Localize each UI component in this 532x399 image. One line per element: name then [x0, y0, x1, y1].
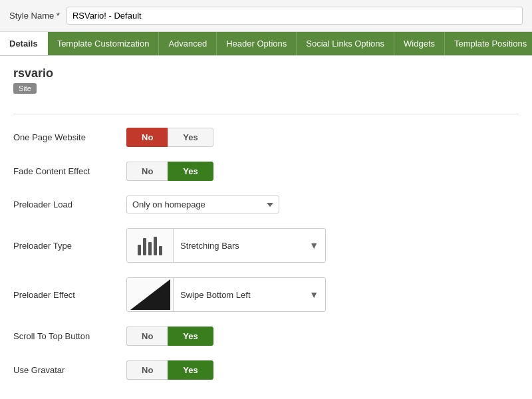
scroll-to-top-no[interactable]: No — [126, 327, 168, 346]
tab-template-customization[interactable]: Template Customization — [48, 32, 160, 55]
style-name-label: Style Name * — [9, 11, 60, 21]
preloader-effect-row: Preloader Effect Swipe Bottom Left ▼ — [13, 277, 519, 312]
tab-advanced[interactable]: Advanced — [159, 32, 217, 55]
use-gravatar-row: Use Gravatar No Yes — [13, 360, 519, 380]
one-page-website-no[interactable]: No — [126, 128, 168, 147]
scroll-to-top-toggle: No Yes — [126, 327, 213, 346]
preloader-type-row: Preloader Type Stretching Bars ▼ — [13, 228, 519, 263]
style-name-row: Style Name * — [0, 0, 532, 32]
use-gravatar-no[interactable]: No — [126, 360, 168, 380]
style-name-input[interactable] — [66, 7, 523, 25]
divider — [13, 114, 519, 114]
preloader-type-dropdown[interactable]: Stretching Bars ▼ — [126, 228, 326, 263]
tab-details[interactable]: Details — [0, 32, 48, 55]
preloader-type-value: Stretching Bars — [174, 241, 303, 251]
tab-header-options[interactable]: Header Options — [217, 32, 297, 55]
tabs-bar: Details Template Customization Advanced … — [0, 32, 532, 56]
preloader-effect-dropdown[interactable]: Swipe Bottom Left ▼ — [126, 277, 326, 312]
main-content: rsvario Site One Page Website No Yes Fad… — [0, 56, 532, 399]
stretching-bars-icon — [138, 235, 162, 255]
preloader-effect-value: Swipe Bottom Left — [174, 290, 303, 300]
preloader-load-label: Preloader Load — [13, 200, 126, 209]
use-gravatar-toggle: No Yes — [126, 360, 213, 380]
preloader-effect-arrow-icon: ▼ — [303, 289, 325, 300]
preloader-type-icon — [127, 229, 174, 262]
fade-content-effect-yes[interactable]: Yes — [168, 162, 213, 181]
preloader-load-row: Preloader Load Always Only on homepage N… — [13, 196, 519, 213]
use-gravatar-label: Use Gravatar — [13, 365, 126, 375]
preloader-load-select[interactable]: Always Only on homepage Never — [126, 196, 279, 213]
scroll-to-top-row: Scroll To Top Button No Yes — [13, 327, 519, 346]
fade-content-effect-no[interactable]: No — [126, 162, 168, 181]
one-page-website-label: One Page Website — [13, 132, 126, 142]
tab-template-positions[interactable]: Template Positions — [445, 32, 532, 55]
scroll-to-top-yes[interactable]: Yes — [168, 327, 213, 346]
one-page-website-yes[interactable]: Yes — [168, 128, 213, 147]
fade-content-effect-label: Fade Content Effect — [13, 166, 126, 176]
site-badge: Site — [13, 83, 37, 94]
tab-widgets[interactable]: Widgets — [394, 32, 445, 55]
one-page-website-toggle: No Yes — [126, 128, 213, 147]
preloader-type-arrow-icon: ▼ — [303, 240, 325, 251]
preloader-effect-icon — [127, 278, 174, 311]
preloader-type-label: Preloader Type — [13, 241, 126, 251]
swipe-bottom-left-icon — [130, 279, 170, 310]
use-gravatar-yes[interactable]: Yes — [168, 360, 213, 380]
tab-social-links-options[interactable]: Social Links Options — [297, 32, 394, 55]
scroll-to-top-label: Scroll To Top Button — [13, 331, 126, 341]
fade-content-effect-row: Fade Content Effect No Yes — [13, 162, 519, 181]
fade-content-effect-toggle: No Yes — [126, 162, 213, 181]
section-title: rsvario — [13, 66, 519, 80]
preloader-effect-label: Preloader Effect — [13, 290, 126, 300]
one-page-website-row: One Page Website No Yes — [13, 128, 519, 147]
